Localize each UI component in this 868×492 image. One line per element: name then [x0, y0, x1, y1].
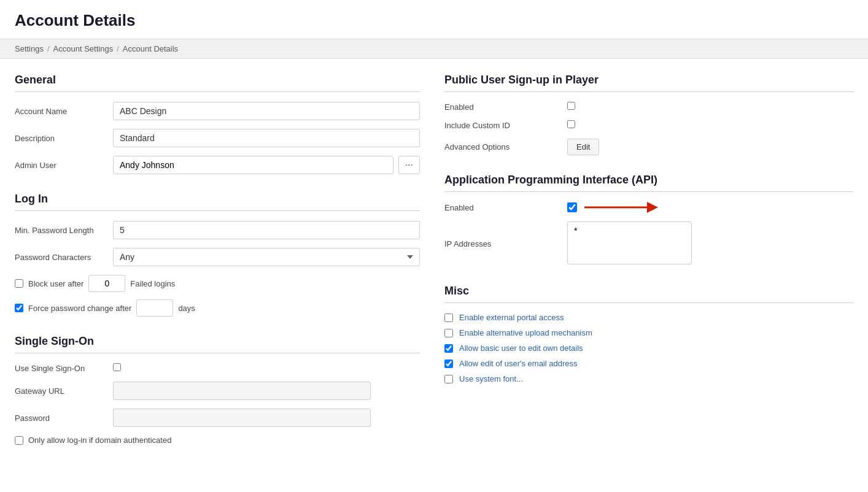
api-arrow-annotation [584, 202, 658, 213]
misc-label-3: Allow edit of user's email address [459, 359, 578, 368]
use-sso-label: Use Single Sign-On [15, 364, 113, 373]
breadcrumb-sep-1: / [47, 44, 50, 53]
sso-password-input[interactable] [113, 409, 371, 427]
admin-user-picker-button[interactable]: ··· [398, 156, 420, 174]
gateway-url-input[interactable] [113, 382, 371, 400]
days-label: days [178, 304, 195, 313]
misc-label-2: Allow basic user to edit own details [459, 344, 583, 353]
misc-item-1: Enable alternative upload mechanism [444, 328, 853, 337]
misc-item-2: Allow basic user to edit own details [444, 344, 853, 353]
advanced-options-edit-button[interactable]: Edit [567, 139, 599, 155]
signup-enabled-checkbox[interactable] [567, 102, 575, 110]
admin-user-row: Admin User ··· [15, 156, 420, 174]
misc-item-3: Allow edit of user's email address [444, 359, 853, 368]
description-row: Description [15, 129, 420, 147]
misc-checkbox-4[interactable] [444, 375, 453, 383]
misc-section: Misc Enable external portal access Enabl… [444, 285, 853, 383]
block-user-row: Block user after Failed logins [15, 275, 420, 292]
account-name-label: Account Name [15, 107, 113, 116]
api-enabled-row: Enabled [444, 202, 853, 213]
misc-checkbox-1[interactable] [444, 329, 453, 337]
advanced-options-row: Advanced Options Edit [444, 139, 853, 155]
custom-id-checkbox[interactable] [567, 120, 575, 128]
force-password-days-input[interactable] [136, 299, 173, 317]
login-title: Log In [15, 193, 420, 211]
login-section: Log In Min. Password Length Password Cha… [15, 193, 420, 317]
sso-password-row: Password [15, 409, 420, 427]
breadcrumb-settings[interactable]: Settings [15, 44, 44, 53]
failed-logins-label: Failed logins [130, 279, 175, 288]
general-title: General [15, 74, 420, 92]
password-chars-row: Password Characters Any Mixed Numbers Le… [15, 248, 420, 266]
password-chars-select[interactable]: Any Mixed Numbers Letters [113, 248, 420, 266]
admin-user-input[interactable] [113, 156, 393, 174]
custom-id-label: Include Custom ID [444, 121, 567, 130]
public-signup-title: Public User Sign-up in Player [444, 74, 853, 92]
failed-logins-count-input[interactable] [88, 275, 125, 292]
misc-item-4: Use system font... [444, 374, 853, 383]
page-title: Account Details [0, 0, 868, 39]
breadcrumb: Settings / Account Settings / Account De… [0, 39, 868, 59]
general-section: General Account Name Description Admin U… [15, 74, 420, 174]
domain-auth-checkbox[interactable] [15, 436, 23, 445]
misc-checkbox-3[interactable] [444, 359, 453, 368]
red-arrow-icon [584, 202, 658, 213]
force-password-label: Force password change after [28, 304, 131, 313]
block-user-checkbox[interactable] [15, 279, 23, 288]
account-name-input[interactable] [113, 102, 420, 120]
misc-label-1: Enable alternative upload mechanism [459, 328, 592, 337]
use-sso-checkbox[interactable] [113, 363, 121, 371]
sso-section: Single Sign-On Use Single Sign-On Gatewa… [15, 335, 420, 445]
ip-addresses-row: IP Addresses * [444, 221, 853, 266]
breadcrumb-current: Account Details [123, 44, 178, 53]
gateway-url-row: Gateway URL [15, 382, 420, 400]
force-password-checkbox[interactable] [15, 304, 23, 312]
breadcrumb-account-settings[interactable]: Account Settings [53, 44, 114, 53]
misc-label-0: Enable external portal access [459, 313, 564, 322]
api-title: Application Programming Interface (API) [444, 174, 853, 192]
min-password-input[interactable] [113, 221, 420, 239]
misc-checkbox-0[interactable] [444, 313, 453, 322]
breadcrumb-sep-2: / [117, 44, 119, 53]
advanced-options-label: Advanced Options [444, 142, 567, 152]
public-signup-section: Public User Sign-up in Player Enabled In… [444, 74, 853, 155]
ip-addresses-textarea[interactable]: * [567, 221, 692, 264]
password-chars-label: Password Characters [15, 253, 113, 262]
sso-password-label: Password [15, 413, 113, 423]
misc-label-4: Use system font... [459, 374, 523, 383]
description-input[interactable] [113, 129, 420, 147]
use-sso-row: Use Single Sign-On [15, 363, 420, 373]
api-section: Application Programming Interface (API) … [444, 174, 853, 266]
signup-enabled-label: Enabled [444, 102, 567, 112]
ip-addresses-label: IP Addresses [444, 239, 567, 248]
custom-id-row: Include Custom ID [444, 120, 853, 130]
min-password-label: Min. Password Length [15, 226, 113, 235]
signup-enabled-row: Enabled [444, 102, 853, 112]
admin-user-label: Admin User [15, 161, 113, 170]
misc-item-0: Enable external portal access [444, 313, 853, 322]
account-name-row: Account Name [15, 102, 420, 120]
description-label: Description [15, 134, 113, 143]
domain-auth-row: Only allow log-in if domain authenticate… [15, 436, 420, 445]
api-enabled-checkbox[interactable] [567, 202, 577, 212]
sso-title: Single Sign-On [15, 335, 420, 353]
min-password-row: Min. Password Length [15, 221, 420, 239]
misc-checkbox-2[interactable] [444, 344, 453, 353]
api-enabled-label: Enabled [444, 203, 567, 212]
force-password-row: Force password change after days [15, 299, 420, 317]
misc-title: Misc [444, 285, 853, 303]
block-user-label: Block user after [28, 279, 83, 288]
gateway-url-label: Gateway URL [15, 386, 113, 396]
domain-auth-label: Only allow log-in if domain authenticate… [28, 436, 171, 445]
